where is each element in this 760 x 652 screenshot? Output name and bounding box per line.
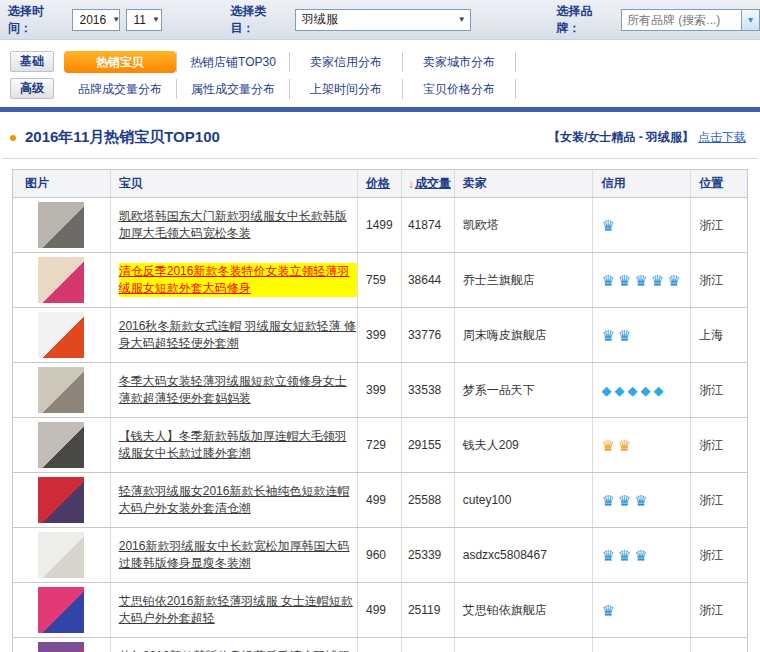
product-title-link[interactable]: 凯欧塔韩国东大门新款羽绒服女中长款韩版加厚大毛领大码宽松冬装	[119, 208, 357, 242]
location-cell: 浙江	[691, 418, 747, 472]
crown-blue-icon: ♛	[601, 328, 614, 343]
table-row: 清仓反季2016新款冬装特价女装立领轻薄羽绒服女短款外套大码修身75938644…	[13, 253, 747, 308]
table-row: 【钱夫人】冬季新款韩版加厚连帽大毛领羽绒服女中长款过膝外套潮72929155钱夫…	[13, 418, 747, 473]
image-cell	[13, 583, 111, 637]
item-cell: 2016新款羽绒服女中长款宽松加厚韩国大码过膝韩版修身显瘦冬装潮	[111, 528, 358, 582]
location-cell: 浙江	[691, 363, 747, 417]
tab-seller-city-distribution[interactable]: 卖家城市分布	[403, 52, 516, 72]
seller-cell: 乔士兰旗舰店	[455, 253, 594, 307]
diamond-blue-icon: ◆	[640, 383, 650, 398]
tab-seller-credit-distribution[interactable]: 卖家信用分布	[290, 52, 403, 72]
credit-cell: ♛♛	[593, 418, 691, 472]
month-select[interactable]: 11 ▼	[126, 9, 162, 31]
section-header: 2016年11月热销宝贝TOP100 【女装/女士精品 - 羽绒服】 点击下载	[2, 112, 758, 159]
crown-blue-icon: ♛	[634, 273, 647, 288]
seller-cell: 艾思铂依旗舰店	[455, 583, 594, 637]
product-title-link[interactable]: 2016新款羽绒服女中长款宽松加厚韩国大码过膝韩版修身显瘦冬装潮	[119, 538, 357, 572]
header-seller: 卖家	[455, 170, 594, 197]
item-cell: 艾思铂依2016新款轻薄羽绒服 女士连帽短款大码户外外套超轻	[111, 583, 358, 637]
product-title-link[interactable]: 轻薄款羽绒服女2016新款长袖纯色短款连帽大码户外女装外套清仓潮	[119, 483, 357, 517]
header-price-label[interactable]: 价格	[366, 175, 390, 192]
category-select[interactable]: 羽绒服 ▼	[295, 9, 471, 31]
product-thumbnail[interactable]	[38, 257, 84, 303]
credit-cell: ◆◆◆◆◆	[593, 363, 691, 417]
section-bullet-icon	[10, 135, 16, 141]
credit-cell: ♛♛	[593, 638, 691, 652]
crown-blue-icon: ♛	[618, 548, 631, 563]
image-cell	[13, 528, 111, 582]
product-thumbnail[interactable]	[38, 532, 84, 578]
image-cell	[13, 253, 111, 307]
price-cell: 759	[358, 253, 402, 307]
product-title-link[interactable]: 清仓反季2016新款冬装特价女装立领轻薄羽绒服女短款外套大码修身	[119, 263, 357, 297]
diamond-blue-icon: ◆	[614, 383, 624, 398]
chevron-down-icon: ▼	[112, 15, 120, 24]
crown-blue-icon: ♛	[601, 548, 614, 563]
tab-brand-volume-distribution[interactable]: 品牌成交量分布	[64, 79, 177, 99]
seller-cell: 梦系一品天下	[455, 363, 594, 417]
product-thumbnail[interactable]	[38, 422, 84, 468]
product-title-link[interactable]: 茄甸2016新款韩版修身轻薄反季清仓羽绒服女短款连	[119, 648, 357, 652]
product-title-link[interactable]: 2016秋冬新款女式连帽 羽绒服女短款轻薄 修身大码超轻轻便外套潮	[119, 318, 357, 352]
image-cell	[13, 363, 111, 417]
brand-filter-label: 选择品牌：	[557, 3, 615, 37]
header-volume-label[interactable]: 成交量	[415, 175, 451, 192]
product-thumbnail[interactable]	[38, 202, 84, 248]
item-cell: 2016秋冬新款女式连帽 羽绒服女短款轻薄 修身大码超轻轻便外套潮	[111, 308, 358, 362]
month-select-value: 11	[133, 13, 145, 27]
location-cell: 浙江	[691, 198, 747, 252]
basic-tabs-label: 基础	[10, 51, 54, 72]
brand-combobox: ▾	[621, 9, 760, 31]
tab-hot-shops-top30[interactable]: 热销店铺TOP30	[177, 52, 290, 72]
crown-blue-icon: ♛	[601, 273, 614, 288]
tab-hot-items-top100[interactable]: 热销宝贝TOP100	[64, 51, 176, 73]
seller-cell	[455, 638, 594, 652]
time-filter-label: 选择时间：	[8, 3, 66, 37]
product-thumbnail[interactable]	[38, 642, 84, 652]
product-title-link[interactable]: 冬季大码女装轻薄羽绒服短款立领修身女士薄款超薄轻便外套妈妈装	[119, 373, 357, 407]
crown-blue-icon: ♛	[667, 273, 680, 288]
item-cell: 茄甸2016新款韩版修身轻薄反季清仓羽绒服女短款连	[111, 638, 358, 652]
product-title-link[interactable]: 艾思铂依2016新款轻薄羽绒服 女士连帽短款大码户外外套超轻	[119, 593, 357, 627]
page-title: 2016年11月热销宝贝TOP100	[25, 128, 220, 147]
category-filter-label: 选择类目：	[230, 3, 288, 37]
crown-blue-icon: ♛	[634, 548, 647, 563]
tab-attribute-volume-distribution[interactable]: 属性成交量分布	[177, 79, 290, 99]
volume-cell: 25588	[402, 473, 455, 527]
diamond-blue-icon: ◆	[653, 383, 663, 398]
credit-cell: ♛♛	[593, 308, 691, 362]
item-cell: 凯欧塔韩国东大门新款羽绒服女中长款韩版加厚大毛领大码宽松冬装	[111, 198, 358, 252]
product-thumbnail[interactable]	[38, 367, 84, 413]
volume-cell: 25119	[402, 583, 455, 637]
tab-listing-time-distribution[interactable]: 上架时间分布	[290, 79, 403, 99]
download-link[interactable]: 点击下载	[698, 129, 746, 146]
header-location: 位置	[691, 170, 747, 197]
header-volume-sort[interactable]: ↓ 成交量	[402, 170, 455, 197]
tab-item-price-distribution[interactable]: 宝贝价格分布	[403, 79, 516, 99]
image-cell	[13, 308, 111, 362]
product-thumbnail[interactable]	[38, 587, 84, 633]
product-thumbnail[interactable]	[38, 312, 84, 358]
filter-bar: 选择时间： 2016 ▼ 11 ▼ 选择类目： 羽绒服 ▼ 选择品牌： ▾	[0, 0, 760, 40]
location-cell: 浙江	[691, 528, 747, 582]
section-header-right: 【女装/女士精品 - 羽绒服】 点击下载	[548, 129, 746, 146]
product-title-link[interactable]: 【钱夫人】冬季新款韩版加厚连帽大毛领羽绒服女中长款过膝外套潮	[119, 428, 357, 462]
seller-cell: cutey100	[455, 473, 594, 527]
price-cell: 729	[358, 418, 402, 472]
table-row: 冬季大码女装轻薄羽绒服短款立领修身女士薄款超薄轻便外套妈妈装39933538梦系…	[13, 363, 747, 418]
volume-cell: 25339	[402, 528, 455, 582]
credit-cell: ♛	[593, 198, 691, 252]
header-credit: 信用	[593, 170, 691, 197]
location-cell: 浙江	[691, 583, 747, 637]
credit-cell: ♛♛♛	[593, 473, 691, 527]
brand-search-input[interactable]	[621, 9, 741, 31]
product-thumbnail[interactable]	[38, 477, 84, 523]
price-cell	[358, 638, 402, 652]
price-cell: 1499	[358, 198, 402, 252]
header-price-sort[interactable]: 价格	[358, 170, 402, 197]
year-select[interactable]: 2016 ▼	[72, 9, 120, 31]
table-row: 茄甸2016新款韩版修身轻薄反季清仓羽绒服女短款连♛♛	[13, 638, 747, 652]
brand-dropdown-button[interactable]: ▾	[741, 9, 760, 31]
category-select-value: 羽绒服	[302, 11, 452, 28]
sort-desc-arrow-icon: ↓	[408, 177, 414, 191]
